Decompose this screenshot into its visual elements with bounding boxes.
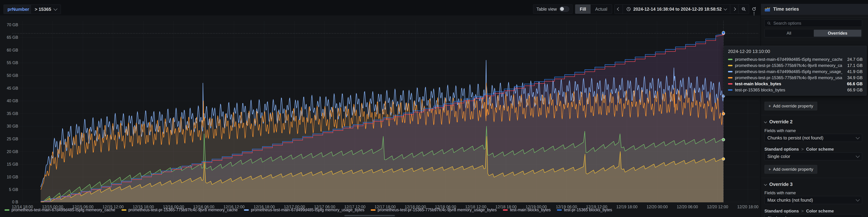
tooltip-series-name: prometheus-test-pr-15365-775b97fc4c-9jvr… bbox=[735, 63, 842, 68]
tooltip-series-name: prometheus-test-main-67d499d485-t5pfg me… bbox=[735, 69, 842, 74]
tooltip-row: prometheus-test-main-67d499d485-t5pfg me… bbox=[728, 69, 863, 75]
tab-all[interactable]: All bbox=[765, 30, 813, 37]
legend-item[interactable]: test-pr-15365 blocks_bytes bbox=[557, 208, 612, 212]
table-view-control: Table view bbox=[533, 4, 572, 14]
panel-options-pane: Time series All Overrides Single color +… bbox=[761, 4, 868, 217]
y-axis-tick: 5 GB bbox=[9, 187, 18, 192]
variable-name-chip[interactable]: prNumber bbox=[3, 4, 33, 14]
time-series-viz-icon bbox=[765, 7, 770, 12]
y-axis-tick: 20 GB bbox=[7, 150, 18, 154]
breadcrumb-separator-icon: > bbox=[801, 209, 804, 214]
options-search-box[interactable] bbox=[765, 20, 862, 27]
chart-legend: prometheus-test-main-67d499d485-t5pfg me… bbox=[4, 208, 754, 212]
breadcrumb-standard-options: Standard options bbox=[765, 147, 799, 152]
legend-label: prometheus-test-pr-15365-775b97fc4c-9jvr… bbox=[128, 208, 238, 212]
plus-icon: + bbox=[769, 167, 771, 172]
tooltip-series-name: test-pr-15365 blocks_bytes bbox=[735, 87, 842, 92]
time-shift-forward-button[interactable] bbox=[730, 4, 739, 13]
y-axis-tick: 45 GB bbox=[7, 86, 18, 90]
time-shift-back-button[interactable] bbox=[615, 4, 623, 13]
override2-header[interactable]: Override 2 bbox=[765, 119, 793, 125]
options-filter-tabs: All Overrides bbox=[765, 29, 862, 37]
y-axis-tick: 40 GB bbox=[7, 99, 18, 103]
chevron-right-icon bbox=[733, 7, 736, 11]
clock-icon bbox=[626, 7, 631, 11]
select-value: Single color bbox=[767, 216, 790, 217]
y-axis-tick: 65 GB bbox=[7, 35, 18, 40]
y-axis-tick: 15 GB bbox=[7, 162, 18, 166]
select-value: Chunks to persist (not found) bbox=[767, 135, 824, 140]
override3-header[interactable]: Override 3 bbox=[765, 182, 793, 187]
tooltip-series-swatch bbox=[728, 89, 733, 91]
legend-item[interactable]: prometheus-test-pr-15365-775b97fc4c-9jvr… bbox=[371, 208, 497, 212]
tooltip-timestamp: 2024-12-20 13:10:00 bbox=[728, 49, 863, 54]
time-range-label: 2024-12-14 16:38:04 to 2024-12-20 18:58:… bbox=[633, 7, 722, 12]
chevron-down-icon bbox=[856, 198, 860, 201]
legend-label: prometheus-test-main-67d499d485-t5pfg me… bbox=[11, 208, 115, 212]
fill-option[interactable]: Fill bbox=[575, 4, 591, 13]
legend-item[interactable]: prometheus-test-main-67d499d485-t5pfg me… bbox=[244, 208, 365, 212]
tooltip-series-swatch bbox=[728, 83, 733, 85]
tooltip-series-name: test-main blocks_bytes bbox=[735, 81, 842, 86]
plus-icon: + bbox=[769, 104, 771, 109]
override2-color-scheme-select[interactable]: Single color bbox=[765, 152, 862, 160]
actual-option[interactable]: Actual bbox=[591, 4, 612, 13]
toggle-knob bbox=[560, 7, 564, 11]
options-pane-header[interactable]: Time series bbox=[761, 4, 868, 15]
override2-field-select[interactable]: Chunks to persist (not found) bbox=[765, 134, 862, 142]
table-view-toggle[interactable] bbox=[559, 6, 569, 12]
legend-swatch bbox=[4, 209, 9, 211]
variable-name-label: prNumber bbox=[7, 7, 29, 12]
refresh-icon[interactable] bbox=[751, 7, 756, 11]
tooltip-series-value: 66.6 GB bbox=[847, 81, 863, 86]
breadcrumb-separator-icon: > bbox=[801, 147, 804, 152]
fields-with-name-label: Fields with name bbox=[765, 190, 796, 195]
breadcrumb-standard-options: Standard options bbox=[765, 209, 799, 214]
breadcrumb-color-scheme: Color scheme bbox=[806, 209, 834, 214]
y-axis-tick: 70 GB bbox=[7, 23, 18, 27]
tooltip-series-value: 24.7 GB bbox=[847, 57, 863, 62]
legend-swatch bbox=[557, 209, 562, 211]
legend-item[interactable]: prometheus-test-pr-15365-775b97fc4c-9jvr… bbox=[122, 208, 238, 212]
override-title: Override 2 bbox=[769, 119, 793, 125]
tooltip-series-swatch bbox=[728, 65, 733, 66]
legend-item[interactable]: prometheus-test-main-67d499d485-t5pfg me… bbox=[4, 208, 115, 212]
override3-field-select[interactable]: Max chunks (not found) bbox=[765, 196, 862, 204]
chevron-down-icon bbox=[856, 135, 860, 139]
tooltip-row: test-pr-15365 blocks_bytes66.9 GB bbox=[728, 87, 863, 93]
chevron-down-icon bbox=[764, 183, 767, 186]
y-axis-tick: 25 GB bbox=[7, 137, 18, 141]
y-axis-tick: 10 GB bbox=[7, 175, 18, 179]
y-axis-tick: 60 GB bbox=[7, 48, 18, 52]
add-override-property-button[interactable]: + Add override property bbox=[765, 102, 817, 110]
tooltip-row: test-main blocks_bytes66.6 GB bbox=[728, 81, 863, 87]
fill-actual-segmented: Fill Actual bbox=[575, 4, 612, 14]
chevron-down-icon bbox=[856, 216, 860, 217]
override-title: Override 3 bbox=[769, 182, 793, 187]
time-range-picker[interactable]: 2024-12-14 16:38:04 to 2024-12-20 18:58:… bbox=[623, 4, 730, 13]
tooltip-series-swatch bbox=[728, 71, 733, 72]
y-axis-tick: 50 GB bbox=[7, 73, 18, 78]
horizontal-scrollbar[interactable] bbox=[344, 215, 395, 216]
variable-value-dropdown[interactable]: > 15365 bbox=[31, 4, 61, 14]
tooltip-series-swatch bbox=[728, 77, 733, 78]
options-pane-title: Time series bbox=[773, 6, 799, 12]
tooltip-row: prometheus-test-pr-15365-775b97fc4c-9jvr… bbox=[728, 62, 863, 69]
legend-label: prometheus-test-pr-15365-775b97fc4c-9jvr… bbox=[378, 208, 497, 212]
breadcrumb-color-scheme: Color scheme bbox=[806, 147, 834, 152]
search-input[interactable] bbox=[773, 21, 860, 26]
add-override-property-button[interactable]: + Add override property bbox=[765, 165, 817, 174]
zoom-out-button[interactable] bbox=[739, 4, 749, 13]
y-axis-tick: 0 B bbox=[12, 200, 18, 204]
tab-overrides[interactable]: Overrides bbox=[814, 30, 861, 37]
tooltip-series-value: 66.9 GB bbox=[847, 87, 863, 92]
divider bbox=[761, 178, 868, 178]
time-series-chart[interactable]: 0 B5 GB10 GB15 GB20 GB25 GB30 GB35 GB40 … bbox=[0, 16, 760, 217]
time-range-controls: 2024-12-14 16:38:04 to 2024-12-20 18:58:… bbox=[615, 4, 749, 14]
override3-color-scheme-select[interactable]: Single color bbox=[765, 214, 862, 217]
legend-item[interactable]: test-main blocks_bytes bbox=[503, 208, 551, 212]
zoom-out-icon bbox=[741, 7, 746, 11]
override3-property-breadcrumb: Standard options > Color scheme bbox=[765, 209, 834, 214]
tooltip-series-value: 41.9 GB bbox=[847, 69, 863, 74]
tooltip-series-name: prometheus-test-pr-15365-775b97fc4c-9jvr… bbox=[735, 75, 842, 80]
